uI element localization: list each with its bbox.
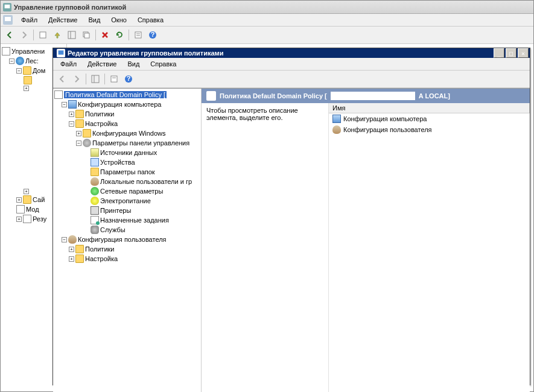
toolbar-separator xyxy=(86,74,86,84)
computer-icon xyxy=(332,115,341,123)
forward-button[interactable] xyxy=(17,28,31,42)
collapse-icon[interactable]: − xyxy=(62,237,67,242)
main-titlebar[interactable]: Управление групповой политикой xyxy=(1,1,533,14)
devices-icon xyxy=(91,158,99,166)
tree-data-sources[interactable]: Источники данных xyxy=(91,148,200,157)
collapse-icon[interactable]: − xyxy=(9,58,14,64)
description-text: Чтобы просмотреть описание элемента, выд… xyxy=(206,107,298,121)
copy-button[interactable] xyxy=(80,28,93,42)
tree-local-users[interactable]: Локальные пользователи и гр xyxy=(91,177,200,186)
editor-up-button[interactable] xyxy=(89,72,102,86)
toolbar-separator xyxy=(129,30,129,40)
forest-icon xyxy=(16,57,24,65)
collapse-icon[interactable]: − xyxy=(16,68,22,74)
list-item-user-config[interactable]: Конфигурация пользователя xyxy=(329,124,530,135)
new-button[interactable] xyxy=(36,28,49,42)
expand-icon[interactable]: + xyxy=(24,86,29,91)
services-icon xyxy=(91,226,99,234)
tree-windows-config[interactable]: +Конфигурация Windows xyxy=(76,128,200,138)
svg-text:?: ? xyxy=(127,75,131,82)
computer-icon xyxy=(68,100,77,109)
tree-control-panel[interactable]: −Параметры панели управления xyxy=(76,138,200,148)
collapse-icon[interactable]: − xyxy=(76,141,81,146)
user-icon xyxy=(332,125,341,134)
expand-icon[interactable]: + xyxy=(16,197,22,203)
user-icon xyxy=(68,235,77,244)
expand-icon[interactable]: + xyxy=(16,217,22,222)
svg-rect-1 xyxy=(5,4,10,8)
mmc-icon xyxy=(2,47,10,55)
tree-power[interactable]: Электропитание xyxy=(91,196,200,206)
svg-rect-15 xyxy=(59,51,64,55)
editor-menu-file[interactable]: Файл xyxy=(56,59,81,69)
editor-titlebar[interactable]: Редактор управления групповыми политикам… xyxy=(53,48,530,58)
policy-icon xyxy=(54,90,63,99)
tree-scheduled-tasks[interactable]: Назначенные задания xyxy=(91,215,200,225)
tree-policies[interactable]: +Политики xyxy=(69,109,200,119)
svg-rect-8 xyxy=(84,33,89,38)
tree-settings[interactable]: −Настройка xyxy=(69,119,200,128)
menu-window[interactable]: Окно xyxy=(106,15,132,25)
collapse-icon[interactable]: − xyxy=(62,102,67,107)
main-menubar: Файл Действие Вид Окно Справка xyxy=(1,14,533,27)
editor-menu-help[interactable]: Справка xyxy=(145,59,181,69)
delete-button[interactable] xyxy=(98,28,112,42)
help-button[interactable]: ? xyxy=(146,28,159,42)
items-list[interactable]: Имя Конфигурация компьютера Конфигурация… xyxy=(328,103,530,392)
editor-forward-button[interactable] xyxy=(70,72,83,86)
svg-text:?: ? xyxy=(151,31,155,38)
network-icon xyxy=(91,187,99,195)
properties-button[interactable] xyxy=(132,28,145,42)
editor-body: Политика Default Domain Policy [ −Конфиг… xyxy=(53,88,530,392)
menu-file[interactable]: Файл xyxy=(16,15,42,25)
tree-services[interactable]: Службы xyxy=(91,225,200,235)
system-menu-icon[interactable] xyxy=(3,15,13,25)
list-item-computer-config[interactable]: Конфигурация компьютера xyxy=(329,113,530,124)
results-icon xyxy=(23,215,31,223)
back-button[interactable] xyxy=(3,28,16,42)
column-name[interactable]: Имя xyxy=(329,103,530,113)
show-hide-button[interactable] xyxy=(65,28,78,42)
tree-folder-options[interactable]: Параметры папок xyxy=(91,167,200,177)
collapse-icon[interactable]: − xyxy=(69,121,74,127)
editor-help-button[interactable]: ? xyxy=(122,72,135,86)
close-button[interactable]: ✕ xyxy=(518,48,529,58)
main-toolbar: ? xyxy=(1,27,533,44)
menu-action[interactable]: Действие xyxy=(43,15,82,25)
list-header[interactable]: Имя xyxy=(329,103,530,113)
refresh-button[interactable] xyxy=(113,28,126,42)
tree-network-params[interactable]: Сетевые параметры xyxy=(91,186,200,196)
expand-icon[interactable]: + xyxy=(69,247,74,252)
main-window-title: Управление групповой политикой xyxy=(14,4,126,11)
editor-back-button[interactable] xyxy=(56,72,69,86)
editor-menu-view[interactable]: Вид xyxy=(122,59,144,69)
tree-user-config[interactable]: −Конфигурация пользователя xyxy=(62,235,200,244)
up-button[interactable] xyxy=(51,28,64,42)
minimize-button[interactable]: _ xyxy=(494,48,504,58)
expand-icon[interactable]: + xyxy=(69,112,74,117)
scheduled-tasks-icon xyxy=(91,216,99,224)
details-header: Политика Default Domain Policy [ A LOCAL… xyxy=(202,89,530,103)
editor-tree[interactable]: Политика Default Domain Policy [ −Конфиг… xyxy=(53,89,202,392)
tree-devices[interactable]: Устройства xyxy=(91,157,200,167)
redacted-region xyxy=(331,92,415,100)
svg-rect-4 xyxy=(40,32,46,38)
editor-title: Редактор управления групповыми политикам… xyxy=(68,49,492,57)
expand-icon[interactable]: + xyxy=(76,131,81,136)
tree-printers[interactable]: Принтеры xyxy=(91,206,200,215)
folder-icon xyxy=(75,245,84,253)
details-header-tail: A LOCAL] xyxy=(419,92,450,100)
tree-computer-config[interactable]: −Конфигурация компьютера xyxy=(62,100,200,109)
svg-rect-16 xyxy=(92,75,99,83)
expand-icon[interactable]: + xyxy=(24,189,29,194)
menu-view[interactable]: Вид xyxy=(83,15,105,25)
maximize-button[interactable]: □ xyxy=(506,48,517,58)
tree-policy-root[interactable]: Политика Default Domain Policy [ xyxy=(54,90,200,100)
editor-properties-button[interactable] xyxy=(107,72,121,86)
editor-menu-action[interactable]: Действие xyxy=(83,59,121,69)
tree-user-settings[interactable]: +Настройка xyxy=(69,254,200,264)
tree-user-policies[interactable]: +Политики xyxy=(69,244,200,254)
menu-help[interactable]: Справка xyxy=(133,15,168,25)
expand-icon[interactable]: + xyxy=(69,256,74,262)
folder-icon xyxy=(75,110,84,118)
